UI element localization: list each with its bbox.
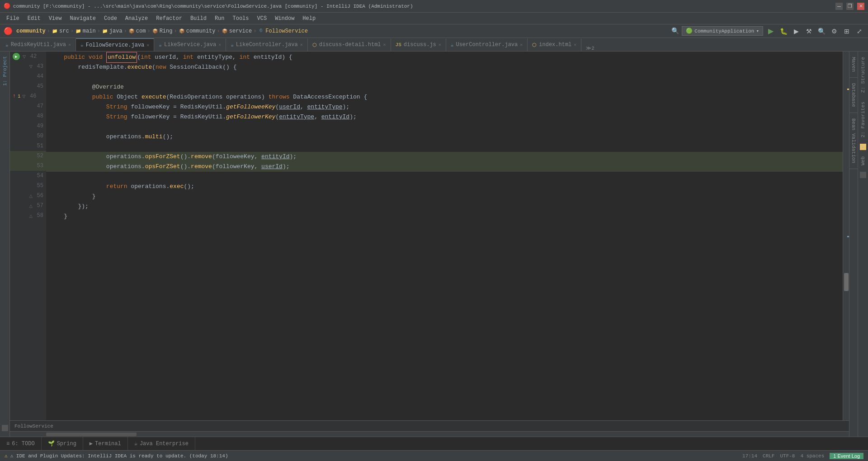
encoding[interactable]: UTF-8 (780, 453, 795, 459)
debug-button[interactable]: 🐛 (778, 26, 788, 36)
menu-vcs[interactable]: VCS (254, 14, 271, 23)
tab-discuss-detail[interactable]: ⬡ discuss-detail.html ✕ (308, 38, 391, 51)
breadcrumb-followservice[interactable]: FollowService (265, 28, 308, 34)
indent-setting[interactable]: 4 spaces (800, 453, 824, 459)
run-config-selector[interactable]: 🟢 CommunityApplication ▾ (682, 26, 763, 36)
tab-close-icon7[interactable]: ✕ (520, 42, 523, 47)
linenum-58: 58 (34, 212, 43, 219)
breadcrumb-ring[interactable]: Ring (160, 28, 173, 34)
tab-close-icon4[interactable]: ✕ (300, 42, 303, 47)
fold-56: △ (29, 193, 33, 199)
menu-run[interactable]: Run (211, 14, 228, 23)
menu-code[interactable]: Code (100, 14, 121, 23)
breadcrumb-src[interactable]: src (59, 28, 69, 34)
search-everywhere-icon[interactable]: 🔍 (671, 27, 679, 35)
linenum-44: 44 (34, 73, 43, 80)
tab-close-icon[interactable]: ✕ (68, 42, 71, 47)
breadcrumb-main[interactable]: main (83, 28, 96, 34)
unfollow-method: unfollow (106, 52, 137, 63)
todo-label: 6: TODO (12, 441, 34, 447)
vertical-scrollbar[interactable] (843, 52, 849, 420)
tab-discuss-js[interactable]: JS discuss.js ✕ (391, 38, 446, 51)
horizontal-scrollbar[interactable] (10, 431, 849, 437)
tab-label4: LikeController.java (236, 42, 298, 48)
gutter-line-44: 44 (10, 71, 46, 81)
gutter-line-42: ▶ ▽ 42 (10, 52, 46, 61)
menu-view[interactable]: View (45, 14, 66, 23)
menu-edit[interactable]: Edit (24, 14, 44, 23)
html-icon2: ⬡ (532, 42, 537, 48)
cursor-position[interactable]: 17:14 (742, 453, 757, 459)
gutter-line-58: △ 58 (10, 211, 46, 221)
layout-button[interactable]: ⊞ (842, 26, 852, 36)
linenum-52: 52 (34, 153, 43, 159)
java-icon4: ☕ (231, 42, 234, 48)
code-line-58: } (46, 212, 843, 221)
menu-help[interactable]: Help (299, 14, 319, 23)
code-line-53: operations. opsForZSet (). remove (follo… (46, 162, 843, 172)
class-icon: © (258, 28, 264, 34)
spring-tab[interactable]: 🌱 Spring (42, 437, 83, 450)
breadcrumb-community2[interactable]: community (186, 28, 216, 34)
tab-close-icon3[interactable]: ✕ (218, 42, 221, 47)
breadcrumb: community › 📁 src › 📁 main › 📁 java › 📦 … (16, 28, 308, 34)
favorites-panel-label[interactable]: 2: Favorites (859, 97, 867, 142)
tab-label5: discuss-detail.html (319, 42, 381, 48)
warn-46: 1 (18, 94, 20, 99)
menu-analyze[interactable]: Analyze (122, 14, 151, 23)
todo-icon: ≡ (6, 441, 9, 447)
run-button[interactable]: ▶ (766, 26, 776, 36)
settings-button[interactable]: ⚙ (829, 26, 839, 36)
restore-button[interactable]: ❐ (846, 3, 854, 10)
breadcrumb-service[interactable]: service (229, 28, 252, 34)
status-left: ⚠ ⚠ IDE and Plugin Updates: IntelliJ IDE… (5, 453, 228, 459)
todo-tab[interactable]: ≡ 6: TODO (0, 437, 42, 450)
linenum-57: 57 (34, 202, 43, 209)
menu-window[interactable]: Window (271, 14, 298, 23)
js-icon: JS (396, 42, 401, 47)
line-ending[interactable]: CRLF (763, 453, 774, 459)
gutter-line-48: 48 (10, 111, 46, 121)
nav-right: 🔍 🟢 CommunityApplication ▾ ▶ 🐛 ▶ ⚒ 🔍 ⚙ ⊞… (671, 26, 864, 36)
menu-refactor[interactable]: Refactor (152, 14, 186, 23)
favorites-star-icon: ★ (860, 144, 866, 150)
search-button[interactable]: 🔍 (816, 26, 826, 36)
java-enterprise-tab[interactable]: ☕ Java Enterprise (128, 437, 195, 450)
tab-close-icon5[interactable]: ✕ (383, 42, 386, 47)
web-panel-label[interactable]: Web (859, 152, 867, 170)
tab-followservice[interactable]: ☕ FollowService.java ✕ (76, 38, 154, 51)
code-area[interactable]: public void unfollow ( int userId, int e… (46, 52, 843, 420)
h-scrollbar-thumb[interactable] (46, 433, 137, 436)
breadcrumb-com[interactable]: com (136, 28, 146, 34)
tab-close-icon8[interactable]: ✕ (574, 42, 576, 47)
breadcrumb-java[interactable]: java (109, 28, 123, 34)
tab-close-icon6[interactable]: ✕ (439, 42, 441, 47)
minimize-button[interactable]: ─ (835, 3, 843, 10)
tab-close-icon2[interactable]: ✕ (146, 42, 149, 48)
menu-tools[interactable]: Tools (229, 14, 253, 23)
tab-likeservice[interactable]: ☕ LikeService.java ✕ (154, 38, 226, 51)
database-panel-label[interactable]: Database (849, 78, 858, 113)
structure-panel-label[interactable]: Z: Structure (859, 52, 867, 97)
menu-navigate[interactable]: Navigate (66, 14, 99, 23)
tab-likecontroller[interactable]: ☕ LikeController.java ✕ (226, 38, 307, 51)
tab-usercontroller[interactable]: ☕ UserController.java ✕ (446, 38, 528, 51)
tabs-more[interactable]: ≫2 (583, 45, 597, 51)
build-button[interactable]: ⚒ (804, 26, 814, 36)
breadcrumb-community[interactable]: community (16, 28, 46, 34)
menu-build[interactable]: Build (187, 14, 210, 23)
terminal-icon: ▶ (90, 440, 93, 447)
tab-index-html[interactable]: ⬡ index.html ✕ (528, 38, 581, 51)
tab-label8: index.html (539, 42, 571, 48)
event-log-button[interactable]: 1 Event Log (830, 453, 863, 459)
terminal-tab[interactable]: ▶ Terminal (83, 437, 128, 450)
coverage-button[interactable]: ▶ (791, 26, 801, 36)
close-button[interactable]: ✕ (857, 3, 864, 10)
bean-validation-panel-label[interactable]: Bean Validation (849, 113, 858, 169)
maven-panel-label[interactable]: Maven (849, 52, 858, 78)
scrollbar-thumb[interactable] (844, 273, 849, 291)
project-panel-label[interactable]: 1: Project (1, 52, 9, 90)
fullscreen-button[interactable]: ⤢ (854, 26, 864, 36)
tab-rediskeyutil[interactable]: ☕ RedisKeyUtil.java ✕ (1, 38, 76, 51)
menu-file[interactable]: File (3, 14, 23, 23)
